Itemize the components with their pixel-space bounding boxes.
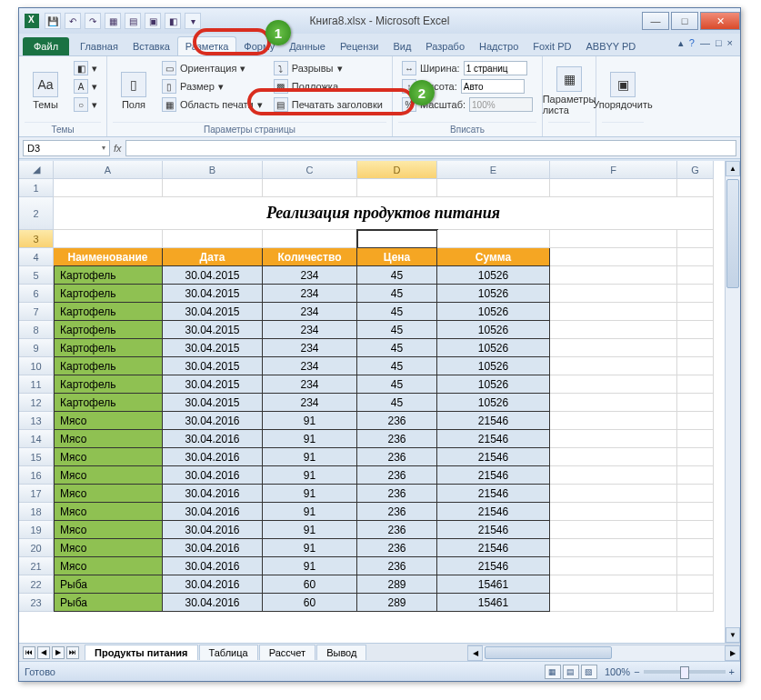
cell[interactable]: [677, 248, 714, 266]
scroll-down-icon[interactable]: ▼: [726, 627, 740, 643]
cell-qty[interactable]: 91: [263, 503, 357, 521]
cell-price[interactable]: 236: [357, 412, 437, 430]
cell[interactable]: [550, 394, 677, 412]
cell-name[interactable]: Картофель: [54, 375, 163, 394]
row-header-21[interactable]: 21: [19, 557, 54, 575]
theme-fonts-button[interactable]: A▾: [70, 78, 101, 95]
cell[interactable]: [437, 230, 550, 248]
row-header-16[interactable]: 16: [19, 466, 54, 485]
scroll-right-icon[interactable]: ▶: [725, 645, 740, 661]
cell-qty[interactable]: 234: [263, 394, 357, 412]
cell-price[interactable]: 236: [357, 521, 437, 539]
minimize-ribbon-icon[interactable]: ▴: [678, 37, 684, 49]
cell-price[interactable]: 236: [357, 503, 437, 521]
cell[interactable]: [677, 575, 714, 594]
row-header-18[interactable]: 18: [19, 503, 54, 521]
tab-данные[interactable]: Данные: [282, 37, 333, 55]
cell-price[interactable]: 45: [357, 303, 437, 321]
cell-price[interactable]: 45: [357, 394, 437, 412]
cell-name[interactable]: Мясо: [54, 412, 163, 430]
cell[interactable]: [677, 521, 714, 539]
tab-last-icon[interactable]: ⏭: [66, 646, 79, 659]
cell-price[interactable]: 45: [357, 285, 437, 303]
row-header-23[interactable]: 23: [19, 594, 54, 612]
cell-qty[interactable]: 91: [263, 466, 357, 485]
table-header[interactable]: Наименование: [54, 248, 163, 266]
arrange-button[interactable]: ▣ Упорядочить: [602, 60, 644, 122]
cell[interactable]: [677, 485, 714, 503]
cell[interactable]: [550, 521, 677, 539]
cell[interactable]: [677, 412, 714, 430]
cell[interactable]: [263, 179, 357, 197]
cell-date[interactable]: 30.04.2015: [163, 357, 263, 375]
col-header-F[interactable]: F: [550, 161, 677, 179]
cell-sum[interactable]: 10526: [437, 375, 550, 394]
zoom-slider[interactable]: [644, 670, 726, 674]
size-button[interactable]: ▯Размер ▾: [158, 78, 266, 95]
row-header-3[interactable]: 3: [19, 230, 54, 248]
child-restore-icon[interactable]: □: [716, 37, 722, 49]
cell-price[interactable]: 45: [357, 339, 437, 357]
zoom-in-icon[interactable]: +: [729, 666, 735, 677]
cell-price[interactable]: 45: [357, 375, 437, 394]
cell-sum[interactable]: 21546: [437, 539, 550, 557]
cell-qty[interactable]: 234: [263, 375, 357, 394]
cell-name[interactable]: Картофель: [54, 266, 163, 285]
cell[interactable]: [677, 557, 714, 575]
row-header-1[interactable]: 1: [19, 179, 54, 197]
cell-name[interactable]: Мясо: [54, 448, 163, 466]
row-header-13[interactable]: 13: [19, 412, 54, 430]
select-all-corner[interactable]: ◢: [19, 161, 54, 179]
name-box[interactable]: D3: [23, 140, 110, 156]
cell-name[interactable]: Мясо: [54, 466, 163, 485]
row-header-12[interactable]: 12: [19, 394, 54, 412]
row-header-22[interactable]: 22: [19, 575, 54, 594]
formula-input[interactable]: [125, 140, 736, 156]
cell-qty[interactable]: 91: [263, 448, 357, 466]
cell[interactable]: [550, 357, 677, 375]
child-minimize-icon[interactable]: —: [700, 37, 710, 49]
cell[interactable]: [550, 179, 677, 197]
cell-name[interactable]: Рыба: [54, 594, 163, 612]
cell-sum[interactable]: 21546: [437, 557, 550, 575]
scroll-up-icon[interactable]: ▲: [726, 161, 740, 176]
cell-price[interactable]: 236: [357, 539, 437, 557]
sheet-tab[interactable]: Вывод: [316, 645, 366, 660]
col-header-D[interactable]: D: [357, 161, 437, 179]
tab-рецензи[interactable]: Рецензи: [333, 37, 386, 55]
cell-price[interactable]: 236: [357, 430, 437, 448]
cell-name[interactable]: Картофель: [54, 357, 163, 375]
table-header[interactable]: Количество: [263, 248, 357, 266]
cell[interactable]: [357, 179, 437, 197]
cell[interactable]: [263, 230, 357, 248]
cell-sum[interactable]: 10526: [437, 339, 550, 357]
minimize-button[interactable]: —: [642, 12, 669, 30]
cell-sum[interactable]: 21546: [437, 412, 550, 430]
cell-qty[interactable]: 91: [263, 539, 357, 557]
sheet-tab[interactable]: Продукты питания: [85, 645, 198, 660]
table-header[interactable]: Дата: [163, 248, 263, 266]
cell-date[interactable]: 30.04.2016: [163, 485, 263, 503]
tab-надстро[interactable]: Надстро: [472, 37, 526, 55]
cell[interactable]: [677, 375, 714, 394]
width-input[interactable]: [464, 61, 527, 75]
cell-sum[interactable]: 10526: [437, 266, 550, 285]
cell-qty[interactable]: 91: [263, 485, 357, 503]
cell-price[interactable]: 289: [357, 575, 437, 594]
row-header-9[interactable]: 9: [19, 339, 54, 357]
row-header-11[interactable]: 11: [19, 375, 54, 394]
cell-date[interactable]: 30.04.2016: [163, 557, 263, 575]
cell[interactable]: [550, 485, 677, 503]
tab-разметка[interactable]: Разметка: [177, 36, 237, 55]
cell[interactable]: [550, 466, 677, 485]
cell-sum[interactable]: 21546: [437, 503, 550, 521]
tab-вставка[interactable]: Вставка: [125, 37, 177, 55]
close-button[interactable]: ✕: [700, 12, 740, 30]
qat-btn-6[interactable]: ▣: [145, 13, 161, 29]
tab-разрабо[interactable]: Разрабо: [418, 37, 472, 55]
tab-first-icon[interactable]: ⏮: [23, 646, 35, 659]
col-header-E[interactable]: E: [437, 161, 550, 179]
tab-вид[interactable]: Вид: [386, 37, 418, 55]
row-header-10[interactable]: 10: [19, 357, 54, 375]
cell-price[interactable]: 45: [357, 266, 437, 285]
